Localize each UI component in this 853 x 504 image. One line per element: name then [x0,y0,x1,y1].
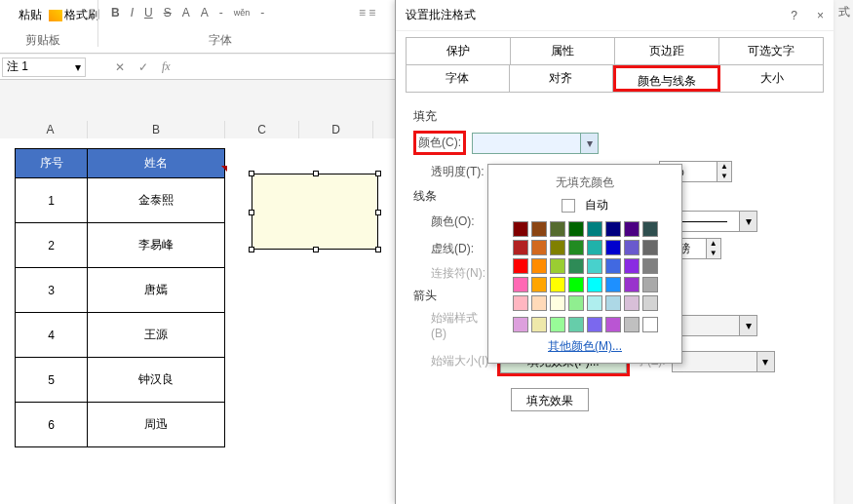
color-swatch[interactable] [624,317,640,332]
color-swatch[interactable] [605,221,621,237]
resize-handle[interactable] [249,171,254,176]
tab-color-line[interactable]: 颜色与线条 [613,65,721,92]
resize-handle[interactable] [249,247,254,252]
spin-down[interactable]: ▼ [717,172,731,181]
color-swatch[interactable] [624,258,640,274]
color-swatch[interactable] [550,221,565,237]
color-swatch[interactable] [550,317,565,332]
tab-alt-text[interactable]: 可选文字 [719,38,823,64]
col-a[interactable]: A [14,121,88,138]
color-swatch[interactable] [531,295,547,311]
end-size-combo[interactable]: ▾ [672,351,775,372]
auto-color-option[interactable]: 自动 [496,197,674,213]
cell[interactable]: 5 [16,358,88,403]
color-swatch[interactable] [587,277,602,292]
underline-button[interactable]: U [144,6,153,19]
font-color-button[interactable]: A [201,6,209,19]
color-swatch[interactable] [531,221,547,237]
cell[interactable]: 2 [16,223,88,268]
color-swatch[interactable] [550,258,565,274]
dash-button[interactable]: - [219,6,223,19]
resize-handle[interactable] [249,210,254,215]
cell[interactable]: 唐嫣 [88,268,225,313]
color-swatch[interactable] [587,295,602,311]
comment-box[interactable] [252,174,378,250]
close-button[interactable]: × [817,9,824,22]
cancel-icon[interactable]: ✕ [115,60,125,74]
color-swatch[interactable] [624,295,640,311]
color-swatch[interactable] [531,317,547,332]
color-swatch[interactable] [568,295,584,311]
color-swatch[interactable] [513,317,528,332]
color-swatch[interactable] [624,221,640,237]
cell[interactable]: 3 [16,268,88,313]
more-colors-link[interactable]: 其他颜色(M)... [496,338,674,355]
tab-align[interactable]: 对齐 [510,65,613,92]
color-swatch[interactable] [513,277,528,292]
color-swatch[interactable] [605,295,621,311]
italic-button[interactable]: I [131,6,134,19]
chevron-down-icon[interactable]: ▾ [739,212,756,231]
col-b[interactable]: B [88,121,225,138]
resize-handle[interactable] [375,247,381,252]
color-swatch[interactable] [605,258,621,274]
col-d[interactable]: D [299,121,373,138]
color-swatch[interactable] [605,277,621,292]
no-fill-option[interactable]: 无填充颜色 [496,174,674,191]
spin-up[interactable]: ▲ [707,239,720,249]
color-swatch[interactable] [642,295,658,311]
chevron-down-icon[interactable]: ▾ [756,352,774,371]
bold-button[interactable]: B [111,6,120,19]
color-swatch[interactable] [642,258,658,274]
spin-up[interactable]: ▲ [717,162,731,172]
color-swatch[interactable] [587,221,602,237]
chevron-down-icon[interactable]: ▾ [580,134,598,153]
cell[interactable]: 周迅 [88,403,225,447]
color-swatch[interactable] [513,221,528,237]
color-swatch[interactable] [531,258,547,274]
tab-size[interactable]: 大小 [720,65,823,92]
format-painter-button[interactable]: 格式刷 [49,7,99,23]
chevron-down-icon[interactable]: ▾ [739,316,756,335]
color-swatch[interactable] [587,258,602,274]
color-swatch[interactable] [587,317,602,332]
spin-down[interactable]: ▼ [707,249,720,258]
cell[interactable]: 李易峰 [88,223,225,268]
tab-margins[interactable]: 页边距 [615,38,719,64]
color-swatch[interactable] [550,277,565,292]
color-swatch[interactable] [605,317,621,332]
color-swatch[interactable] [605,240,621,255]
color-swatch[interactable] [513,295,528,311]
color-swatch[interactable] [587,240,602,255]
tab-properties[interactable]: 属性 [511,38,615,64]
color-swatch[interactable] [568,317,584,332]
cell[interactable]: 4 [16,313,88,358]
cell[interactable]: 钟汉良 [88,358,225,403]
cell[interactable]: 金泰熙 [88,178,225,223]
paste-button[interactable]: 粘贴 [19,7,42,23]
color-swatch[interactable] [568,277,584,292]
cell[interactable]: 1 [16,178,88,223]
color-swatch[interactable] [642,277,658,292]
chevron-down-icon[interactable]: ▾ [75,60,81,74]
color-swatch[interactable] [513,258,528,274]
color-swatch[interactable] [624,277,640,292]
resize-handle[interactable] [375,171,381,176]
strike-button[interactable]: S [164,6,172,19]
check-icon[interactable]: ✓ [138,60,148,74]
cell[interactable]: 6 [16,403,88,447]
color-swatch[interactable] [531,240,547,255]
color-swatch[interactable] [513,240,528,255]
resize-handle[interactable] [375,210,381,215]
fx-icon[interactable]: fx [162,59,171,74]
color-swatch[interactable] [531,277,547,292]
fill-effects-plain-button[interactable]: 填充效果 [511,388,589,411]
pinyin-button[interactable]: wěn [234,8,251,18]
help-button[interactable]: ? [791,9,797,22]
color-swatch[interactable] [568,240,584,255]
color-swatch[interactable] [550,240,565,255]
color-swatch[interactable] [642,317,658,332]
cell[interactable]: 王源 [88,313,225,358]
superscript-button[interactable]: A [182,6,190,19]
fill-color-combo[interactable]: ▾ [472,133,599,154]
